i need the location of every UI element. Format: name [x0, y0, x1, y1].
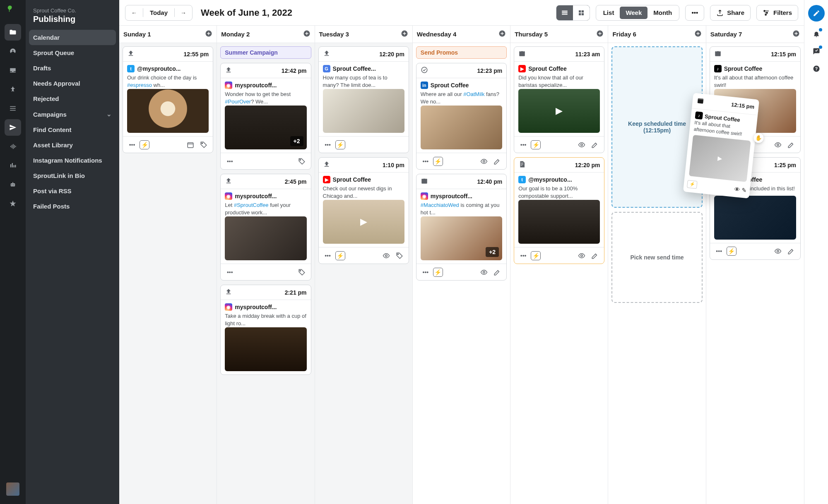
preview-icon[interactable]: [576, 139, 587, 151]
rail-bot-icon[interactable]: [5, 176, 21, 193]
rail-pin-icon[interactable]: [5, 81, 21, 98]
tag-icon[interactable]: [198, 139, 209, 151]
density-cards-icon[interactable]: [573, 5, 590, 20]
preview-icon[interactable]: [478, 156, 490, 167]
user-avatar[interactable]: [6, 482, 19, 496]
prev-week-button[interactable]: ←: [125, 5, 143, 20]
reply-icon[interactable]: ⚡: [531, 251, 541, 260]
edit-icon[interactable]: [491, 266, 503, 278]
post-card[interactable]: 1:10 pm ▶Sprout Coffee Check out our new…: [318, 157, 409, 264]
tag-icon[interactable]: [296, 266, 308, 278]
next-week-button[interactable]: →: [175, 5, 192, 20]
reply-icon[interactable]: ⚡: [433, 268, 443, 277]
dropzone-pick[interactable]: Pick new send time: [611, 212, 702, 303]
preview-icon[interactable]: [576, 250, 587, 262]
density-compact-icon[interactable]: [556, 5, 573, 20]
more-icon[interactable]: •••: [224, 156, 236, 167]
add-post-button[interactable]: [694, 30, 702, 38]
edit-icon[interactable]: [785, 245, 797, 257]
view-list[interactable]: List: [597, 7, 620, 19]
post-card[interactable]: 12:20 pm GSprout Coffee... How many cups…: [318, 46, 409, 153]
more-icon[interactable]: •••: [420, 156, 431, 167]
edit-icon[interactable]: [491, 156, 503, 167]
edit-icon[interactable]: [785, 139, 797, 151]
today-button[interactable]: Today: [143, 9, 174, 16]
rail-folder-icon[interactable]: [5, 24, 21, 41]
post-card[interactable]: 12:55 pm t@mysproutco... Our drink choic…: [123, 46, 213, 153]
rail-gauge-icon[interactable]: [5, 43, 21, 60]
sidebar-item-campaigns[interactable]: Campaigns⌄: [26, 106, 119, 122]
notifications-icon[interactable]: [811, 29, 821, 39]
campaign-pill[interactable]: Summer Campaign: [220, 46, 311, 59]
post-card[interactable]: 12:40 pm ◉mysproutcoff... #MacchiatoWed …: [416, 174, 507, 281]
share-button[interactable]: Share: [710, 5, 751, 21]
ig-icon: ◉: [225, 303, 232, 311]
edit-icon[interactable]: ✎: [741, 186, 747, 193]
more-icon[interactable]: •••: [518, 139, 529, 151]
more-icon[interactable]: •••: [322, 139, 334, 151]
filters-button[interactable]: Filters: [756, 5, 798, 21]
more-icon[interactable]: •••: [420, 266, 431, 278]
reply-icon[interactable]: ⚡: [727, 247, 737, 256]
post-card[interactable]: 12:23 pm inSprout Coffee Where are all o…: [416, 63, 507, 170]
preview-icon[interactable]: [772, 139, 784, 151]
add-post-button[interactable]: [498, 30, 506, 38]
help-icon[interactable]: ?: [811, 64, 821, 74]
view-week[interactable]: Week: [620, 7, 647, 19]
rail-list-icon[interactable]: [5, 100, 21, 117]
more-icon[interactable]: •••: [713, 245, 725, 257]
sidebar-item-post-via-rss[interactable]: Post via RSS: [26, 183, 119, 199]
add-post-button[interactable]: [596, 30, 604, 38]
add-post-button[interactable]: [205, 30, 212, 38]
reply-icon[interactable]: ⚡: [335, 140, 345, 149]
tag-icon[interactable]: [394, 250, 405, 262]
more-button[interactable]: •••: [685, 5, 704, 21]
more-icon[interactable]: •••: [126, 139, 138, 151]
more-icon[interactable]: •••: [322, 250, 334, 262]
sidebar-item-sprout-queue[interactable]: Sprout Queue: [26, 45, 119, 60]
reply-icon[interactable]: ⚡: [687, 180, 698, 189]
view-month[interactable]: Month: [647, 7, 678, 19]
sidebar-item-sproutlink-in-bio[interactable]: SproutLink in Bio: [26, 168, 119, 183]
post-card[interactable]: 11:23 am ▶Sprout Coffee Did you know tha…: [514, 46, 604, 153]
tag-icon[interactable]: [296, 156, 308, 167]
preview-icon[interactable]: [478, 266, 490, 278]
rail-star-icon[interactable]: [5, 195, 21, 212]
edit-icon[interactable]: [589, 250, 601, 262]
preview-icon[interactable]: 👁: [734, 186, 740, 193]
more-icon[interactable]: •••: [518, 250, 529, 262]
edit-icon[interactable]: [589, 139, 601, 151]
sidebar-item-find-content[interactable]: Find Content: [26, 122, 119, 137]
post-card[interactable]: 2:21 pm ◉mysproutcoff... Take a midday b…: [220, 285, 311, 375]
add-post-button[interactable]: [792, 30, 800, 38]
sidebar-item-drafts[interactable]: Drafts: [26, 60, 119, 76]
post-card[interactable]: 2:45 pm ◉mysproutcoff... Let #SproutCoff…: [220, 174, 311, 281]
post-card[interactable]: 12:42 pm ◉mysproutcoff... Wonder how to …: [220, 63, 311, 170]
schedule-icon[interactable]: [185, 139, 196, 151]
reply-icon[interactable]: ⚡: [531, 140, 541, 149]
post-text: Where are all our #OatMilk fans? We no..…: [416, 91, 506, 106]
preview-icon[interactable]: [772, 245, 784, 257]
sidebar-item-asset-library[interactable]: Asset Library: [26, 137, 119, 153]
sidebar-item-instagram-notifications[interactable]: Instagram Notifications: [26, 153, 119, 168]
sidebar-item-calendar[interactable]: Calendar: [29, 30, 116, 45]
sidebar-item-failed-posts[interactable]: Failed Posts: [26, 199, 119, 214]
rail-inbox-icon[interactable]: [5, 62, 21, 79]
dragging-card[interactable]: 12:15 pm ♪Sprout Coffee It's all about t…: [683, 93, 759, 199]
reply-icon[interactable]: ⚡: [140, 140, 149, 149]
compose-button[interactable]: [808, 5, 825, 22]
add-post-button[interactable]: [303, 30, 310, 38]
rail-audio-icon[interactable]: [5, 138, 21, 155]
preview-icon[interactable]: [380, 250, 392, 262]
reply-icon[interactable]: ⚡: [335, 251, 345, 260]
reply-icon[interactable]: ⚡: [433, 157, 443, 166]
feedback-icon[interactable]: [811, 46, 821, 56]
sidebar-item-needs-approval[interactable]: Needs Approval: [26, 76, 119, 91]
rail-send-icon[interactable]: [5, 119, 21, 136]
post-card[interactable]: 12:20 pm t@mysproutco... Our goal is to …: [514, 157, 604, 264]
add-post-button[interactable]: [401, 30, 408, 38]
more-icon[interactable]: •••: [224, 266, 236, 278]
rail-chart-icon[interactable]: [5, 157, 21, 174]
campaign-pill[interactable]: Send Promos: [416, 46, 507, 59]
sidebar-item-rejected[interactable]: Rejected: [26, 91, 119, 106]
